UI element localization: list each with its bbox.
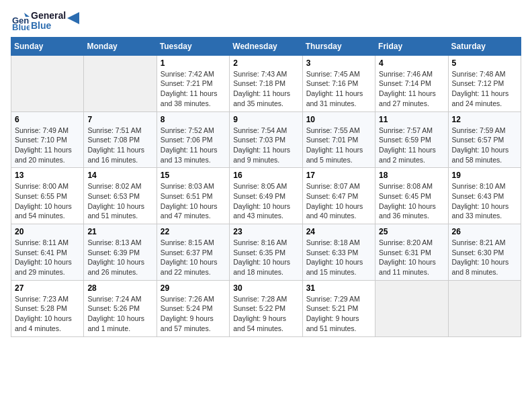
calendar-cell [84, 55, 157, 111]
day-info: Sunrise: 8:00 AM Sunset: 6:55 PM Dayligh… [15, 181, 80, 221]
day-number: 5 [452, 58, 517, 68]
calendar-cell: 10Sunrise: 7:55 AM Sunset: 7:01 PM Dayli… [302, 111, 375, 168]
calendar-table: SundayMondayTuesdayWednesdayThursdayFrid… [11, 37, 521, 337]
day-info: Sunrise: 8:03 AM Sunset: 6:51 PM Dayligh… [161, 181, 226, 221]
calendar-week-row: 1Sunrise: 7:42 AM Sunset: 7:21 PM Daylig… [11, 55, 521, 111]
day-info: Sunrise: 8:21 AM Sunset: 6:30 PM Dayligh… [452, 238, 517, 277]
calendar-cell: 30Sunrise: 7:28 AM Sunset: 5:22 PM Dayli… [230, 280, 302, 336]
day-info: Sunrise: 7:59 AM Sunset: 6:57 PM Dayligh… [452, 126, 517, 165]
day-number: 17 [306, 171, 371, 180]
logo-text-general: General [31, 11, 66, 21]
calendar-cell: 8Sunrise: 7:52 AM Sunset: 7:06 PM Daylig… [157, 111, 229, 168]
day-number: 2 [233, 58, 298, 68]
column-header-friday: Friday [375, 37, 448, 55]
day-number: 29 [161, 283, 226, 293]
day-number: 26 [452, 227, 517, 236]
calendar-cell: 26Sunrise: 8:21 AM Sunset: 6:30 PM Dayli… [448, 224, 521, 281]
day-info: Sunrise: 7:48 AM Sunset: 7:12 PM Dayligh… [452, 69, 517, 109]
calendar-week-row: 20Sunrise: 8:11 AM Sunset: 6:41 PM Dayli… [11, 224, 521, 281]
day-number: 1 [161, 58, 226, 68]
day-number: 31 [306, 283, 371, 293]
svg-marker-4 [67, 12, 79, 24]
day-info: Sunrise: 7:43 AM Sunset: 7:18 PM Dayligh… [233, 69, 298, 109]
day-number: 11 [379, 115, 444, 124]
calendar-cell: 16Sunrise: 8:05 AM Sunset: 6:49 PM Dayli… [230, 168, 302, 224]
calendar-cell: 29Sunrise: 7:26 AM Sunset: 5:24 PM Dayli… [157, 280, 229, 336]
logo-text-blue: Blue [31, 21, 66, 31]
column-header-thursday: Thursday [302, 37, 375, 55]
day-number: 23 [233, 227, 298, 236]
day-info: Sunrise: 7:26 AM Sunset: 5:24 PM Dayligh… [161, 294, 226, 334]
calendar-cell: 24Sunrise: 8:18 AM Sunset: 6:33 PM Dayli… [302, 224, 375, 281]
calendar-header-row: SundayMondayTuesdayWednesdayThursdayFrid… [11, 37, 521, 55]
svg-text:Blue: Blue [12, 22, 30, 30]
day-info: Sunrise: 7:29 AM Sunset: 5:21 PM Dayligh… [306, 294, 371, 334]
page-header: General Blue General Blue [11, 11, 521, 32]
day-info: Sunrise: 8:13 AM Sunset: 6:39 PM Dayligh… [87, 238, 152, 277]
logo-icon: General Blue [11, 11, 30, 30]
day-info: Sunrise: 7:57 AM Sunset: 6:59 PM Dayligh… [379, 126, 444, 165]
calendar-cell: 4Sunrise: 7:46 AM Sunset: 7:14 PM Daylig… [375, 55, 448, 111]
calendar-cell: 5Sunrise: 7:48 AM Sunset: 7:12 PM Daylig… [448, 55, 521, 111]
day-number: 30 [233, 283, 298, 293]
day-number: 22 [161, 227, 226, 236]
logo: General Blue General Blue [11, 11, 79, 32]
calendar-cell: 13Sunrise: 8:00 AM Sunset: 6:55 PM Dayli… [11, 168, 84, 224]
column-header-wednesday: Wednesday [230, 37, 302, 55]
day-info: Sunrise: 8:11 AM Sunset: 6:41 PM Dayligh… [15, 238, 80, 277]
column-header-tuesday: Tuesday [157, 37, 229, 55]
day-info: Sunrise: 8:02 AM Sunset: 6:53 PM Dayligh… [87, 181, 152, 221]
day-info: Sunrise: 7:46 AM Sunset: 7:14 PM Dayligh… [379, 69, 444, 109]
logo-arrow-icon [67, 12, 79, 24]
calendar-cell: 1Sunrise: 7:42 AM Sunset: 7:21 PM Daylig… [157, 55, 229, 111]
day-number: 7 [87, 115, 152, 124]
day-info: Sunrise: 8:20 AM Sunset: 6:31 PM Dayligh… [379, 238, 444, 277]
day-info: Sunrise: 7:42 AM Sunset: 7:21 PM Dayligh… [161, 69, 226, 109]
day-info: Sunrise: 7:51 AM Sunset: 7:08 PM Dayligh… [87, 126, 152, 165]
calendar-cell: 9Sunrise: 7:54 AM Sunset: 7:03 PM Daylig… [230, 111, 302, 168]
day-number: 20 [15, 227, 80, 236]
calendar-cell: 2Sunrise: 7:43 AM Sunset: 7:18 PM Daylig… [230, 55, 302, 111]
day-number: 21 [87, 227, 152, 236]
day-number: 25 [379, 227, 444, 236]
calendar-cell: 19Sunrise: 8:10 AM Sunset: 6:43 PM Dayli… [448, 168, 521, 224]
day-number: 4 [379, 58, 444, 68]
calendar-week-row: 13Sunrise: 8:00 AM Sunset: 6:55 PM Dayli… [11, 168, 521, 224]
day-number: 28 [87, 283, 152, 293]
day-info: Sunrise: 8:07 AM Sunset: 6:47 PM Dayligh… [306, 181, 371, 221]
calendar-cell: 7Sunrise: 7:51 AM Sunset: 7:08 PM Daylig… [84, 111, 157, 168]
calendar-week-row: 27Sunrise: 7:23 AM Sunset: 5:28 PM Dayli… [11, 280, 521, 336]
calendar-cell [375, 280, 448, 336]
day-info: Sunrise: 7:23 AM Sunset: 5:28 PM Dayligh… [15, 294, 80, 334]
calendar-cell: 25Sunrise: 8:20 AM Sunset: 6:31 PM Dayli… [375, 224, 448, 281]
calendar-cell: 22Sunrise: 8:15 AM Sunset: 6:37 PM Dayli… [157, 224, 229, 281]
day-number: 6 [15, 115, 80, 124]
day-number: 14 [87, 171, 152, 180]
day-number: 10 [306, 115, 371, 124]
calendar-cell: 23Sunrise: 8:16 AM Sunset: 6:35 PM Dayli… [230, 224, 302, 281]
calendar-cell: 17Sunrise: 8:07 AM Sunset: 6:47 PM Dayli… [302, 168, 375, 224]
calendar-cell: 18Sunrise: 8:08 AM Sunset: 6:45 PM Dayli… [375, 168, 448, 224]
day-info: Sunrise: 8:08 AM Sunset: 6:45 PM Dayligh… [379, 181, 444, 221]
day-info: Sunrise: 7:54 AM Sunset: 7:03 PM Dayligh… [233, 126, 298, 165]
day-info: Sunrise: 8:16 AM Sunset: 6:35 PM Dayligh… [233, 238, 298, 277]
calendar-week-row: 6Sunrise: 7:49 AM Sunset: 7:10 PM Daylig… [11, 111, 521, 168]
day-info: Sunrise: 8:05 AM Sunset: 6:49 PM Dayligh… [233, 181, 298, 221]
day-info: Sunrise: 7:49 AM Sunset: 7:10 PM Dayligh… [15, 126, 80, 165]
day-info: Sunrise: 7:28 AM Sunset: 5:22 PM Dayligh… [233, 294, 298, 334]
day-info: Sunrise: 8:15 AM Sunset: 6:37 PM Dayligh… [161, 238, 226, 277]
day-number: 18 [379, 171, 444, 180]
day-number: 24 [306, 227, 371, 236]
day-number: 15 [161, 171, 226, 180]
day-number: 12 [452, 115, 517, 124]
day-number: 13 [15, 171, 80, 180]
calendar-cell: 21Sunrise: 8:13 AM Sunset: 6:39 PM Dayli… [84, 224, 157, 281]
calendar-cell: 31Sunrise: 7:29 AM Sunset: 5:21 PM Dayli… [302, 280, 375, 336]
day-number: 16 [233, 171, 298, 180]
day-number: 8 [161, 115, 226, 124]
day-number: 3 [306, 58, 371, 68]
calendar-cell: 20Sunrise: 8:11 AM Sunset: 6:41 PM Dayli… [11, 224, 84, 281]
calendar-cell [11, 55, 84, 111]
column-header-saturday: Saturday [448, 37, 521, 55]
day-info: Sunrise: 8:18 AM Sunset: 6:33 PM Dayligh… [306, 238, 371, 277]
